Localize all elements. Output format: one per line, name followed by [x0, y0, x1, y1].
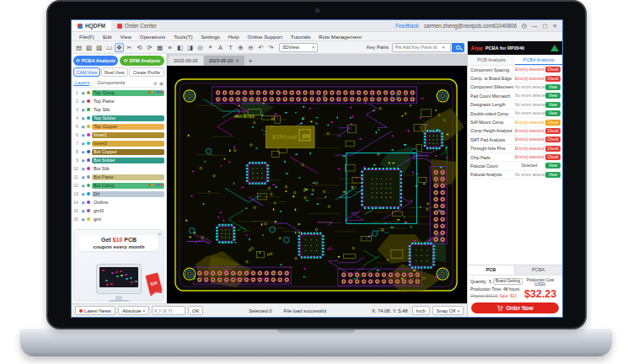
visibility-eye-icon[interactable]: ◉ — [80, 192, 86, 196]
menu-item-help[interactable]: Help — [224, 34, 244, 40]
mirror-v-icon[interactable]: ◨ — [185, 43, 195, 52]
annotate-icon[interactable]: A — [216, 43, 225, 52]
layer-row-top-silk[interactable]: 3◉Top Silk — [73, 105, 164, 114]
undo-icon[interactable]: ↶ — [256, 43, 266, 52]
visibility-eye-icon[interactable]: ◉ — [80, 217, 86, 222]
menu-item-tutorials[interactable]: Tutorials — [287, 34, 315, 40]
text-icon[interactable]: T — [226, 43, 235, 52]
visibility-eye-icon[interactable]: ◉ — [80, 150, 86, 154]
view-tab-real-view[interactable]: Real View — [101, 67, 128, 77]
visibility-eye-icon[interactable]: ◉ — [80, 201, 86, 205]
layer-row-top-paste[interactable]: 2◉Top Paste — [73, 97, 164, 105]
new-file-icon[interactable]: ▤ — [74, 43, 83, 52]
rotate-left-icon[interactable]: ⟲ — [135, 43, 144, 52]
check-action-button[interactable]: View — [545, 163, 561, 169]
order-now-button[interactable]: Order Now — [471, 302, 559, 313]
layer-row-inner2[interactable]: 6◉Inner2 — [73, 131, 164, 139]
check-action-button[interactable]: View — [545, 84, 561, 90]
layer-row-top-copper[interactable]: 5◉Top Copper — [73, 122, 164, 131]
add-tab-button[interactable]: + — [249, 57, 253, 66]
visibility-eye-icon[interactable]: ◉ — [80, 99, 86, 104]
check-action-button[interactable]: View — [545, 110, 561, 116]
layer-row-outline[interactable]: 14◉Outline — [73, 198, 164, 206]
visibility-eye-icon[interactable]: ◉ — [80, 116, 86, 120]
close-icon[interactable]: ✕ — [158, 231, 162, 237]
check-action-button[interactable]: Check — [545, 120, 561, 126]
visibility-eye-icon[interactable]: ◉ — [80, 209, 86, 213]
check-action-button[interactable]: Check — [545, 67, 561, 72]
menu-item-tools-t-[interactable]: Tools(T) — [169, 34, 196, 40]
close-button[interactable]: ✕ — [553, 23, 557, 29]
show-all-layers-icon[interactable]: ◉ — [159, 80, 164, 86]
order-tab-pcb[interactable]: PCB — [468, 265, 515, 275]
visibility-eye-icon[interactable]: ◉ — [80, 167, 86, 171]
menu-item-operations[interactable]: Operations — [136, 34, 169, 40]
pcba-analysis-button[interactable]: ⟳ PCBA Analysis — [73, 56, 118, 66]
layer-row-bot-solder[interactable]: 9◉Bot Solder — [73, 156, 164, 164]
order-tab-pcba[interactable]: PCBA — [515, 265, 562, 275]
cut-icon[interactable]: ✂ — [125, 43, 134, 52]
menu-item-online-support[interactable]: Online Support — [244, 34, 287, 40]
menu-item-file-f-[interactable]: File(F) — [75, 34, 99, 40]
visibility-eye-icon[interactable]: ◉ — [80, 125, 86, 129]
layer-row-inner3[interactable]: 7◉Inner3 — [73, 139, 164, 147]
user-avatar-icon[interactable] — [522, 24, 527, 29]
visibility-eye-icon[interactable]: ◉ — [80, 142, 86, 146]
layer-row-bot-paste[interactable]: 11◉Bot Paste — [73, 173, 164, 181]
visibility-eye-icon[interactable]: ◉ — [80, 175, 86, 179]
feedback-link[interactable]: Feedback — [395, 23, 419, 29]
check-action-button[interactable]: Check — [545, 136, 561, 142]
menu-item-rule-management[interactable]: Rule Management — [314, 34, 366, 40]
target-icon[interactable]: ◎ — [196, 43, 205, 52]
ok-button[interactable]: OK — [188, 306, 203, 315]
visibility-eye-icon[interactable]: ◉ — [80, 158, 86, 163]
layer-row-top-solder[interactable]: 4◉Top Solder — [73, 114, 164, 122]
search-button[interactable] — [452, 43, 464, 52]
document-tab[interactable]: 2023-05-20 — [169, 56, 203, 66]
app-tab-hqdfm[interactable]: HQDFM — [72, 20, 111, 31]
tab-close-icon[interactable]: ✕ — [235, 58, 239, 63]
check-action-button[interactable]: View — [545, 102, 561, 108]
latest-news-button[interactable]: Latest News — [75, 306, 115, 315]
app-tab-order-center[interactable]: Order Center — [111, 20, 163, 31]
view-mode-select[interactable]: 3DView ▾ — [279, 43, 318, 52]
dfm-analysis-button[interactable]: ⟳ DFM Analysis — [120, 56, 164, 66]
layers-icon[interactable]: ≡ — [165, 43, 174, 52]
check-action-button[interactable]: View — [545, 93, 561, 99]
unit-button[interactable]: Inch — [412, 306, 430, 315]
layer-row-drl[interactable]: 13◉Drl — [73, 190, 164, 198]
minimize-button[interactable]: — — [532, 23, 538, 29]
layer-row-gml[interactable]: 16◉gml — [73, 215, 164, 223]
snap-select[interactable]: Snap Off ▾ — [432, 306, 464, 315]
save-icon[interactable]: ▨ — [94, 43, 104, 52]
list-tab-layers[interactable]: Layers — [73, 80, 89, 86]
promo-banner-rp2040[interactable]: Free PCBA for RP2040 — [468, 41, 562, 55]
move-icon[interactable]: ✥ — [115, 43, 124, 52]
board-setting-button[interactable]: Board Setting — [493, 278, 523, 285]
visibility-eye-icon[interactable]: ◉ — [80, 108, 86, 112]
layer-row-bot-comp[interactable]: 12◉Bot Comp✱✱✱✱✱✱ — [73, 181, 164, 190]
check-action-button[interactable]: Check — [545, 76, 561, 82]
coordinate-input[interactable] — [152, 306, 185, 315]
maximize-button[interactable]: ▢ — [542, 23, 547, 29]
list-tab-components[interactable]: Components — [95, 80, 125, 85]
analysis-tab-pcb-analysis[interactable]: PCB Analysis — [468, 55, 515, 65]
layer-row-bot-copper[interactable]: 8◉Bot Copper — [73, 147, 164, 156]
open-file-icon[interactable]: ▧ — [84, 43, 94, 52]
select-rect-icon[interactable]: ▭ — [105, 43, 114, 52]
key-parts-search-box[interactable]: ▾ — [392, 43, 451, 52]
key-parts-input[interactable] — [395, 45, 443, 50]
rotate-right-icon[interactable]: ⟳ — [145, 43, 154, 52]
chevron-down-icon[interactable]: ▾ — [443, 45, 445, 50]
promo-card[interactable]: ✕ Get $10 PCB coupon every month — [73, 229, 164, 302]
zoom-out-icon[interactable]: ⊖ — [246, 43, 255, 52]
check-action-button[interactable]: Check — [545, 128, 561, 134]
zoom-in-icon[interactable]: ⊕ — [236, 43, 245, 52]
add-layer-icon[interactable]: ⊕ — [153, 80, 158, 86]
menu-item-view[interactable]: View — [116, 34, 136, 40]
layer-row-bot-silk[interactable]: 10◉Bot Silk — [73, 164, 164, 173]
pcb-canvas[interactable]: HQNextPCBARM-GT03 — [167, 66, 467, 303]
document-tab[interactable]: 2023-05-20✕ — [204, 56, 244, 66]
mirror-h-icon[interactable]: ◧ — [175, 43, 185, 52]
menu-item-settings[interactable]: Settings — [196, 34, 223, 40]
